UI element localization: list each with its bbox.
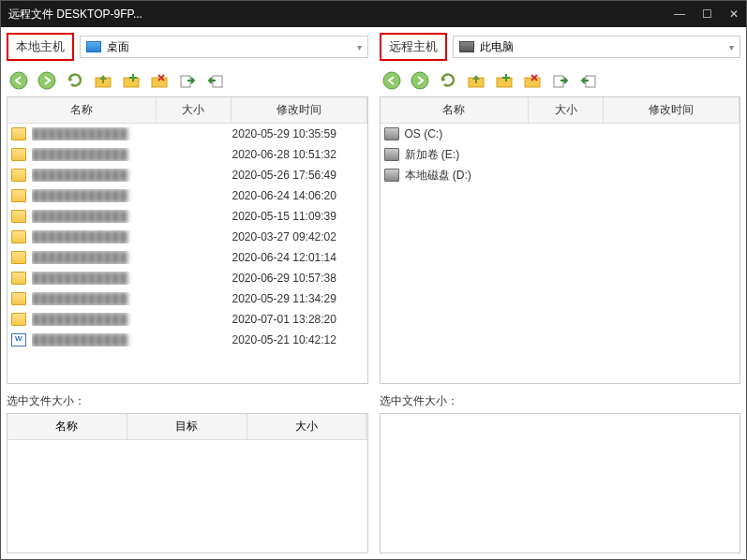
remote-path-select[interactable]: 此电脑 ▾: [453, 36, 741, 58]
local-pane: 本地主机 桌面 ▾ 名称 大小 修改时间 ████████████2020-05…: [1, 27, 374, 559]
svg-rect-5: [129, 77, 137, 79]
queue-col-target[interactable]: 目标: [127, 414, 247, 439]
up-folder-button[interactable]: [91, 68, 115, 93]
svg-rect-14: [502, 77, 510, 79]
file-row[interactable]: ████████████2020-06-28 10:51:32: [7, 144, 367, 165]
transfer-in-button[interactable]: [576, 68, 601, 93]
minimize-button[interactable]: —: [674, 7, 685, 21]
file-name: ████████████: [32, 251, 157, 264]
remote-file-list[interactable]: OS (C:)新加卷 (E:)本地磁盘 (D:): [381, 124, 740, 383]
file-row[interactable]: ████████████2020-06-29 10:57:38: [7, 268, 367, 288]
file-date: 2020-05-29 10:35:59: [232, 127, 364, 140]
folder-icon: [11, 230, 26, 243]
local-file-list[interactable]: ████████████2020-05-29 10:35:59█████████…: [7, 124, 367, 383]
remote-file-area: 名称 大小 修改时间 OS (C:)新加卷 (E:)本地磁盘 (D:): [380, 96, 741, 384]
transfer-in-button[interactable]: [203, 68, 228, 93]
delete-button[interactable]: [520, 68, 545, 93]
up-folder-button[interactable]: [464, 68, 488, 93]
local-queue-area: 名称 目标 大小: [7, 413, 368, 553]
file-name: ████████████: [32, 127, 157, 140]
folder-icon: [11, 313, 26, 326]
local-queue-body[interactable]: [7, 440, 367, 553]
new-folder-button[interactable]: [492, 68, 516, 93]
local-path-select[interactable]: 桌面 ▾: [80, 36, 368, 58]
delete-button[interactable]: [147, 68, 172, 93]
file-date: 2020-06-24 14:06:20: [232, 189, 364, 202]
forward-button[interactable]: [408, 68, 432, 93]
file-name: ████████████: [32, 272, 157, 285]
transfer-out-button[interactable]: [548, 68, 573, 93]
folder-icon: [11, 169, 26, 182]
col-date-header[interactable]: 修改时间: [604, 97, 740, 123]
file-row[interactable]: ████████████2020-06-24 14:06:20: [7, 185, 367, 206]
col-size-header[interactable]: 大小: [157, 97, 232, 123]
file-date: 2020-05-26 17:56:49: [232, 169, 364, 182]
svg-point-0: [10, 72, 27, 89]
svg-rect-12: [497, 78, 512, 87]
remote-toolbar: [380, 65, 741, 96]
file-date: 2020-03-27 09:42:02: [232, 230, 364, 243]
local-selected-label: 选中文件大小：: [7, 393, 368, 409]
file-date: 2020-07-01 13:28:20: [232, 313, 364, 326]
queue-col-size[interactable]: 大小: [247, 414, 367, 439]
document-icon: [11, 333, 26, 346]
folder-icon: [11, 148, 26, 161]
remote-queue-body[interactable]: [381, 414, 740, 553]
new-folder-button[interactable]: [119, 68, 143, 93]
refresh-button[interactable]: [63, 68, 87, 93]
col-date-header[interactable]: 修改时间: [232, 97, 367, 123]
local-host-label: 本地主机: [7, 33, 74, 61]
file-row[interactable]: ████████████2020-05-15 11:09:39: [7, 206, 367, 227]
folder-icon: [11, 272, 26, 285]
dropdown-arrow-icon: ▾: [729, 42, 734, 52]
forward-button[interactable]: [35, 68, 59, 93]
file-name: ████████████: [32, 148, 157, 161]
file-name: ████████████: [32, 169, 157, 182]
drive-icon: [384, 127, 399, 140]
file-row[interactable]: ████████████2020-05-29 10:35:59: [7, 124, 367, 144]
file-row[interactable]: ████████████2020-07-01 13:28:20: [7, 309, 367, 330]
dropdown-arrow-icon: ▾: [357, 42, 362, 52]
back-button[interactable]: [7, 68, 31, 93]
drive-row[interactable]: 本地磁盘 (D:): [381, 165, 740, 185]
file-date: 2020-06-24 12:01:14: [232, 251, 364, 264]
close-button[interactable]: ✕: [729, 7, 739, 21]
queue-col-name[interactable]: 名称: [7, 414, 127, 439]
file-date: 2020-05-21 10:42:12: [232, 333, 364, 346]
refresh-button[interactable]: [436, 68, 460, 93]
maximize-button[interactable]: ☐: [702, 7, 712, 21]
window-title: 远程文件 DESKTOP-9FP...: [8, 7, 142, 22]
transfer-out-button[interactable]: [175, 68, 200, 93]
drive-icon: [384, 148, 399, 161]
folder-icon: [11, 292, 26, 305]
file-row[interactable]: ████████████2020-05-26 17:56:49: [7, 165, 367, 185]
drive-row[interactable]: OS (C:): [381, 124, 740, 144]
file-row[interactable]: ████████████2020-03-27 09:42:02: [7, 227, 367, 247]
file-row[interactable]: ████████████2020-06-24 12:01:14: [7, 247, 367, 268]
folder-icon: [11, 189, 26, 202]
svg-point-1: [38, 72, 55, 89]
file-date: 2020-05-15 11:09:39: [232, 210, 364, 223]
local-toolbar: [7, 65, 368, 96]
local-path-text: 桌面: [107, 39, 129, 55]
back-button[interactable]: [380, 68, 404, 93]
remote-host-label: 远程主机: [380, 33, 447, 61]
file-name: ████████████: [32, 333, 157, 346]
col-name-header[interactable]: 名称: [7, 97, 157, 123]
folder-icon: [11, 251, 26, 264]
file-row[interactable]: ████████████2020-05-21 10:42:12: [7, 330, 367, 350]
drive-row[interactable]: 新加卷 (E:): [381, 144, 740, 165]
drive-name: OS (C:): [405, 127, 737, 140]
remote-path-text: 此电脑: [480, 39, 514, 55]
folder-icon: [11, 127, 26, 140]
pc-icon: [459, 41, 474, 52]
col-size-header[interactable]: 大小: [529, 97, 604, 123]
svg-point-9: [383, 72, 400, 89]
file-name: ████████████: [32, 292, 157, 305]
col-name-header[interactable]: 名称: [381, 97, 530, 123]
file-row[interactable]: ████████████2020-05-29 11:34:29: [7, 288, 367, 309]
drive-name: 新加卷 (E:): [405, 147, 737, 163]
svg-point-10: [411, 72, 428, 89]
titlebar: 远程文件 DESKTOP-9FP... — ☐ ✕: [1, 1, 746, 27]
drive-icon: [384, 169, 399, 182]
